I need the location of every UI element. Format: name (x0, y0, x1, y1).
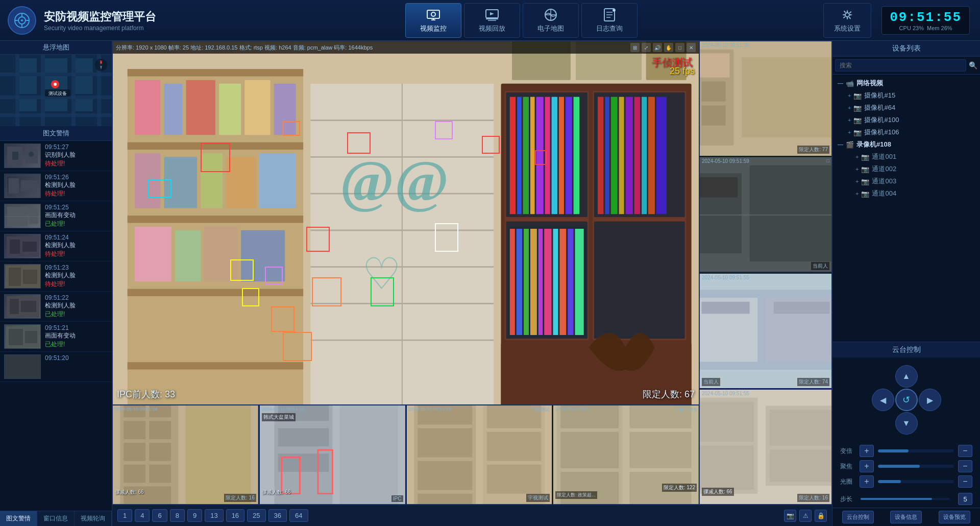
grid-btn-9[interactable]: 9 (187, 509, 202, 522)
settings-button[interactable]: 系统设置 (823, 3, 871, 38)
clock-display: 09:51:55 CPU 23% Mem 26% (881, 6, 970, 35)
tab-video-cycle[interactable]: 视频轮询 (75, 511, 112, 526)
nav-log[interactable]: 日志查询 (581, 3, 638, 38)
svg-rect-167 (702, 301, 750, 314)
alert-item[interactable]: 09:51:23 检测到人脸 待处理! (0, 261, 112, 292)
tab-alert[interactable]: 图文警情 (0, 511, 37, 526)
grid-btn-64[interactable]: 64 (289, 509, 308, 522)
toolbar-icon-screenshot[interactable]: 📷 (784, 510, 796, 522)
grid-btn-25[interactable]: 25 (247, 509, 265, 522)
video-btn-close[interactable]: ✕ (687, 43, 696, 52)
small-video-2[interactable]: 2024-05-10 09:51:59 当前人 □ (699, 157, 832, 272)
alert-item[interactable]: 09:51:24 检测到人脸 待处理! (0, 231, 112, 261)
toolbar-icon-lock[interactable]: 🔒 (815, 510, 827, 522)
grid-btn-6[interactable]: 6 (152, 509, 167, 522)
tree-channel-002[interactable]: + 📷 通道002 (835, 163, 977, 175)
alert-item[interactable]: 09:51:20 (0, 352, 112, 382)
ptz-down[interactable]: ▼ (895, 412, 918, 435)
svg-rect-183 (124, 443, 145, 461)
nav-video-playback[interactable]: 视频回放 (464, 3, 520, 38)
grid-btn-16[interactable]: 16 (226, 509, 244, 522)
tree-channel-001[interactable]: + 📷 通道001 (835, 151, 977, 163)
tree-camera-15[interactable]: + 📷 摄像机#15 (835, 89, 977, 102)
search-icon[interactable]: 🔍 (969, 61, 977, 69)
svg-rect-212 (560, 472, 619, 504)
focus-plus[interactable]: + (860, 460, 874, 472)
bottom-video-1[interactable]: 2024-05-10 09:51:34 骤减人数: 66 限定人数: 16 (112, 405, 259, 505)
plus-icon-4: + (848, 129, 851, 135)
zoom-minus[interactable]: − (958, 445, 972, 457)
svg-rect-205 (486, 432, 541, 461)
svg-rect-113 (594, 222, 685, 339)
left-bottom-tabs: 图文警情 窗口信息 视频轮询 (0, 511, 112, 526)
tree-group-recorder[interactable]: — 🎬 录像机#108 (835, 138, 977, 151)
svg-rect-71 (9, 329, 23, 345)
step-value: 5 (958, 493, 972, 505)
video-btn-capture[interactable]: ✋ (664, 43, 673, 52)
ptz-section: 云台控制 ▲ ◀ ↺ ▶ ▼ 变倍 + (832, 342, 980, 508)
plus-icon-8: + (855, 190, 859, 197)
small-video-4[interactable]: 2024-05-10 09:51:55 限定人数: 16 骤减人数: 66 (699, 389, 832, 505)
svg-text:@@: @@ (340, 149, 449, 213)
map-area[interactable]: 测试设备 N (0, 55, 112, 126)
svg-rect-117 (530, 97, 535, 214)
zoom-plus[interactable]: + (860, 445, 874, 457)
rb-btn-ptz[interactable]: 云台控制 (842, 511, 874, 523)
toolbar-icon-warning[interactable]: ⚠ (799, 510, 812, 522)
svg-text:测试设备: 测试设备 (48, 91, 67, 96)
grid-btn-1[interactable]: 1 (117, 509, 132, 522)
ptz-up[interactable]: ▲ (895, 365, 918, 388)
ptz-center[interactable]: ↺ (895, 389, 918, 411)
alert-item[interactable]: 09:51:21 画面有变动 已处理! (0, 322, 112, 352)
bottom-video-4[interactable]: 2024-05-10 09:5 20位: 09:5 限定人数: 122 限定人数… (553, 405, 699, 505)
grid-btn-13[interactable]: 13 (205, 509, 223, 522)
small-video-3[interactable]: 2024-05-10 09:51:55 当前人 限定人数: 74 (699, 273, 832, 389)
iris-plus[interactable]: + (860, 475, 874, 488)
clock-time: 09:51:55 (890, 10, 962, 25)
ptz-right[interactable]: ▶ (919, 389, 941, 411)
alert-item[interactable]: 09:51:22 检测到人脸 已处理! (0, 292, 112, 322)
ptz-left[interactable]: ◀ (872, 389, 894, 411)
tree-channel-004[interactable]: + 📷 通道004 (835, 187, 977, 200)
tree-channel-003[interactable]: + 📷 通道003 (835, 175, 977, 187)
clock-stats: CPU 23% Mem 26% (890, 25, 962, 31)
ptz-empty-tl (872, 365, 894, 388)
grid-btn-36[interactable]: 36 (268, 509, 287, 522)
rb-btn-device-info[interactable]: 设备信息 (890, 511, 922, 523)
video-btn-fullscreen[interactable]: ⤢ (642, 43, 651, 52)
focus-minus[interactable]: − (958, 460, 972, 472)
grid-btn-8[interactable]: 8 (170, 509, 185, 522)
small-video-1[interactable]: 2024-05-10 09:51:35 限定人数: 77 (699, 41, 832, 156)
tree-group-network-video[interactable]: — 📹 网络视频 (835, 77, 977, 89)
tab-window-info[interactable]: 窗口信息 (37, 511, 75, 526)
ptz-empty-tr (919, 365, 941, 388)
tree-camera-106[interactable]: + 📷 摄像机#106 (835, 126, 977, 138)
nav-emap[interactable]: 电子地图 (523, 3, 579, 38)
bottom-video-3[interactable]: 2024-05-10 09:51:53 宇视测试 宇视测试 (406, 405, 553, 505)
svg-rect-53 (12, 152, 18, 160)
alert-item[interactable]: 09:51:26 检测到人脸 待处理! (0, 171, 112, 201)
video-btn-record[interactable]: □ (675, 43, 684, 52)
svg-rect-85 (244, 80, 270, 135)
search-input[interactable] (835, 59, 966, 71)
bottom-video-2[interactable]: 2024-05-10 09:51:53 韩式大盆菜城 IPC 骤减人数: 66 (259, 405, 406, 505)
iris-minus[interactable]: − (958, 475, 972, 488)
rb-btn-preview[interactable]: 设备预览 (939, 511, 970, 523)
svg-rect-115 (517, 97, 522, 214)
svg-rect-78 (128, 216, 303, 223)
tree-camera-64[interactable]: + 📷 摄像机#64 (835, 102, 977, 114)
limit-count: 限定人数: 67 (643, 388, 695, 400)
main-video[interactable]: @@ ♡ (112, 41, 699, 405)
small-ts-3: 2024-05-10 09:51:55 (702, 275, 749, 280)
svg-rect-139 (544, 229, 551, 335)
tree-icon-recorder: 🎬 (846, 141, 854, 149)
video-btn-grid[interactable]: ⊞ (630, 43, 640, 52)
video-btn-sound[interactable]: 🔊 (653, 43, 662, 52)
alert-item[interactable]: 09:51:27 识别到人脸 待处理! (0, 141, 112, 171)
small-label-b3: 宇视测试 (526, 494, 550, 502)
alert-item[interactable]: 09:51:25 画面有变动 已处理! (0, 201, 112, 231)
tree-camera-100[interactable]: + 📷 摄像机#100 (835, 114, 977, 126)
grid-btn-4[interactable]: 4 (135, 509, 150, 522)
nav-video-monitor[interactable]: 视频监控 (405, 3, 461, 38)
ptz-zoom-row: 变倍 + − (840, 445, 972, 457)
